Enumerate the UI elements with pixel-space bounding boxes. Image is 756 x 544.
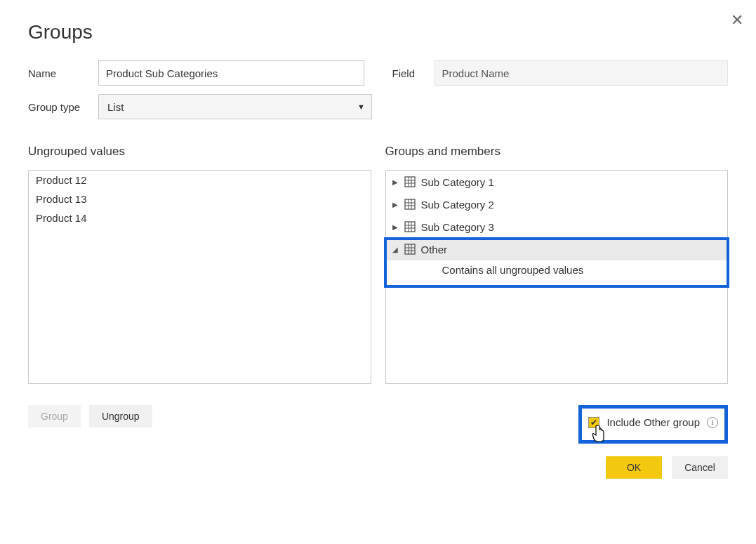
chevron-down-icon: ◢	[392, 246, 399, 253]
ungrouped-listbox[interactable]: Product 12 Product 13 Product 14	[28, 170, 371, 384]
include-other-label: Include Other group	[606, 416, 700, 428]
name-label: Name	[28, 67, 98, 79]
table-icon	[404, 221, 416, 232]
field-input	[435, 60, 729, 86]
include-other-checkbox[interactable]: ✔	[588, 417, 599, 428]
table-icon	[404, 199, 416, 210]
svg-rect-10	[405, 222, 415, 232]
tree-row-label: Sub Category 1	[421, 176, 494, 188]
tree-child-other: Contains all ungrouped values	[386, 260, 728, 279]
ok-button[interactable]: OK	[606, 456, 662, 479]
group-type-label: Group type	[28, 101, 98, 113]
groups-column: Groups and members ▶ Sub Category 1 ▶ Su…	[385, 145, 729, 384]
chevron-right-icon: ▶	[392, 223, 399, 231]
svg-rect-0	[405, 177, 415, 187]
chevron-right-icon: ▶	[392, 178, 399, 186]
close-button[interactable]: ✕	[731, 13, 743, 28]
name-field-group: Name	[28, 60, 364, 86]
cancel-button[interactable]: Cancel	[672, 456, 728, 479]
tree-row-label: Sub Category 2	[421, 199, 494, 211]
include-other-group: ✔ Include Other group i	[578, 405, 728, 444]
tree-row-label: Sub Category 3	[421, 221, 494, 233]
table-icon	[404, 244, 416, 255]
ungrouped-heading: Ungrouped values	[28, 145, 371, 159]
chevron-right-icon: ▶	[392, 201, 399, 208]
svg-rect-15	[405, 244, 415, 254]
dialog-title: Groups	[28, 21, 728, 44]
group-type-select[interactable]	[98, 94, 372, 119]
groups-tree[interactable]: ▶ Sub Category 1 ▶ Sub Category 2 ▶	[385, 170, 729, 384]
ungrouped-column: Ungrouped values Product 12 Product 13 P…	[28, 145, 371, 384]
check-icon: ✔	[590, 418, 597, 427]
tree-row-subcategory2[interactable]: ▶ Sub Category 2	[386, 193, 728, 215]
field-label: Field	[392, 67, 435, 79]
tree-row-other[interactable]: ◢ Other	[386, 238, 728, 260]
list-item[interactable]: Product 14	[29, 208, 371, 227]
tree-row-subcategory1[interactable]: ▶ Sub Category 1	[386, 171, 728, 193]
group-button[interactable]: Group	[28, 405, 81, 427]
name-input[interactable]	[98, 60, 364, 86]
list-item[interactable]: Product 13	[29, 190, 371, 208]
table-icon	[404, 176, 416, 187]
field-field-group: Field	[392, 60, 729, 86]
svg-rect-5	[405, 199, 415, 209]
groups-heading: Groups and members	[385, 145, 729, 159]
groups-dialog: ✕ Groups Name Field Group type ▼ Ungroup…	[0, 0, 756, 493]
list-item[interactable]: Product 12	[29, 171, 371, 190]
ungroup-button[interactable]: Ungroup	[89, 405, 152, 427]
tree-row-label: Other	[421, 244, 448, 256]
close-icon: ✕	[731, 11, 743, 29]
tree-row-subcategory3[interactable]: ▶ Sub Category 3	[386, 215, 728, 238]
info-icon[interactable]: i	[707, 417, 718, 428]
